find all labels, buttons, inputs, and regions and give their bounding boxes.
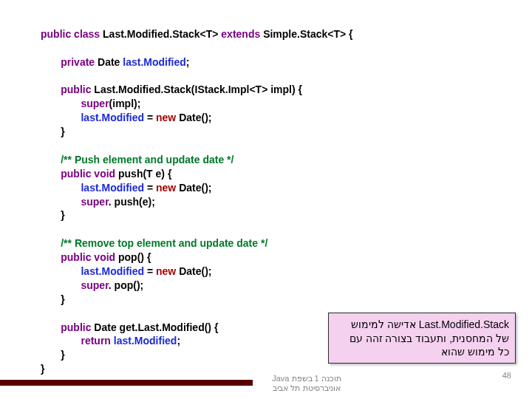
tok: (impl);: [109, 98, 141, 109]
tok: }: [61, 349, 64, 361]
tok: }: [61, 293, 64, 305]
tok: push(T e) {: [118, 168, 171, 180]
kw: new: [156, 265, 179, 277]
tok: . push(e);: [109, 196, 155, 208]
kw: public void: [61, 168, 118, 180]
kw: public: [61, 83, 94, 95]
kw: public: [61, 321, 94, 333]
field: last.Modified: [81, 265, 144, 277]
note-rtl: אדישה למימוש: [351, 318, 419, 330]
tok: Date get.Last.Modified() {: [94, 321, 218, 333]
tok: Date();: [179, 265, 211, 277]
comment: /** Remove top element and update date *…: [61, 237, 267, 249]
tok: }: [61, 126, 64, 137]
tok: }: [61, 209, 64, 221]
kw: private: [61, 56, 98, 68]
kw: super: [81, 196, 108, 208]
tok: }: [41, 363, 44, 375]
tok: pop() {: [118, 251, 151, 263]
tok: Date();: [179, 112, 211, 123]
tok: Date: [98, 56, 123, 68]
tok: =: [144, 112, 156, 123]
page-number: 48: [502, 371, 511, 380]
note-line: של המחסנית, ותעבוד בצורה זהה עם: [335, 332, 509, 345]
accent-bar: [0, 380, 253, 386]
kw: public class: [41, 28, 103, 40]
tok: ;: [177, 335, 180, 347]
note-line: כל מימוש שהוא: [335, 345, 509, 358]
tok: Date();: [179, 182, 211, 194]
callout-note: Last.Modified.Stack אדישה למימוש של המחס…: [328, 313, 516, 364]
kw: public void: [61, 251, 118, 263]
tok: =: [144, 182, 156, 194]
kw: super: [81, 98, 109, 109]
kw: extends: [221, 28, 263, 40]
field: last.Modified: [81, 112, 144, 123]
tok: . pop();: [109, 279, 143, 291]
tok: =: [144, 265, 156, 277]
note-line: Last.Modified.Stack אדישה למימוש: [335, 318, 509, 331]
kw: new: [156, 112, 179, 123]
field: last.Modified: [81, 182, 144, 194]
tok: ;: [186, 56, 190, 68]
tok: Last.Modified.Stack<T>: [103, 28, 221, 40]
kw: return: [81, 335, 113, 347]
field: last.Modified: [123, 56, 186, 68]
kw: new: [156, 182, 179, 194]
comment: /** Push element and update date */: [61, 154, 233, 166]
field: last.Modified: [114, 335, 177, 347]
tok: Last.Modified.Stack(IStack.Impl<T> impl)…: [94, 83, 302, 95]
note-ltr: Last.Modified.Stack: [419, 318, 509, 330]
kw: super: [81, 279, 108, 291]
tok: Simple.Stack<T> {: [263, 28, 352, 40]
